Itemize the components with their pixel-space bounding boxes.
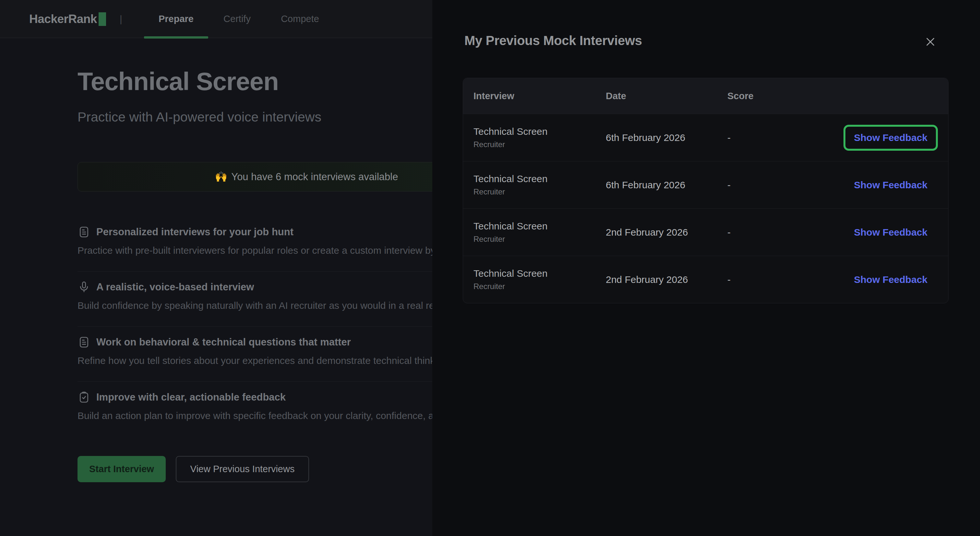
- show-feedback-link[interactable]: Show Feedback: [854, 227, 928, 238]
- document-list-icon: [78, 225, 91, 238]
- page-title: Technical Screen: [78, 67, 278, 96]
- row-score: -: [717, 274, 843, 285]
- row-score: -: [717, 132, 843, 143]
- table-row: Technical Screen Recruiter 6th February …: [463, 114, 948, 161]
- interview-cell: Technical Screen Recruiter: [463, 173, 595, 197]
- row-interview-subtitle: Recruiter: [474, 282, 595, 291]
- feature-description: Build confidence by speaking naturally w…: [78, 300, 461, 311]
- logo-green-block: [99, 12, 106, 26]
- logo-text: HackerRank: [29, 12, 97, 26]
- hackerrank-logo[interactable]: HackerRank |: [29, 0, 122, 38]
- feature-title: Personalized interviews for your job hun…: [96, 226, 293, 238]
- feedback-action-cell: Show Feedback: [843, 172, 948, 198]
- feedback-highlight-box: Show Feedback: [843, 267, 938, 293]
- feedback-highlight-box: Show Feedback: [843, 125, 938, 151]
- divider: [78, 381, 486, 382]
- feature-description: Refine how you tell stories about your e…: [78, 355, 458, 366]
- row-interview-name: Technical Screen: [474, 126, 595, 137]
- column-header-date: Date: [595, 91, 717, 101]
- row-score: -: [717, 227, 843, 238]
- interview-cell: Technical Screen Recruiter: [463, 126, 595, 149]
- table-row: Technical Screen Recruiter 2nd February …: [463, 256, 948, 303]
- feedback-action-cell: Show Feedback: [843, 125, 948, 151]
- raised-hands-emoji: 🙌: [215, 171, 228, 182]
- feature-questions: Work on behavioral & technical questions…: [78, 335, 486, 390]
- feature-title: Work on behavioral & technical questions…: [96, 336, 351, 348]
- banner-text: 🙌You have 6 mock interviews available: [215, 171, 398, 183]
- microphone-icon: [78, 281, 91, 293]
- row-date: 6th February 2026: [595, 179, 717, 190]
- feature-personalized: Personalized interviews for your job hun…: [78, 225, 486, 280]
- feature-feedback: Improve with clear, actionable feedback …: [78, 390, 486, 445]
- row-interview-name: Technical Screen: [474, 221, 595, 232]
- row-interview-subtitle: Recruiter: [474, 187, 595, 197]
- row-interview-name: Technical Screen: [474, 268, 595, 279]
- feedback-highlight-box: Show Feedback: [843, 172, 938, 198]
- row-date: 2nd February 2026: [595, 274, 717, 285]
- table-header-row: Interview Date Score: [463, 78, 948, 114]
- row-interview-subtitle: Recruiter: [474, 235, 595, 244]
- column-header-score: Score: [717, 91, 938, 101]
- document-list-icon: [78, 336, 91, 349]
- table-row: Technical Screen Recruiter 6th February …: [463, 161, 948, 208]
- table-row: Technical Screen Recruiter 2nd February …: [463, 208, 948, 256]
- feedback-action-cell: Show Feedback: [843, 267, 948, 293]
- previous-interviews-table: Interview Date Score Technical Screen Re…: [463, 78, 948, 303]
- show-feedback-link[interactable]: Show Feedback: [854, 274, 928, 285]
- feedback-highlight-box: Show Feedback: [843, 219, 938, 245]
- active-tab-underline: [144, 36, 208, 38]
- interview-cell: Technical Screen Recruiter: [463, 268, 595, 291]
- clipboard-check-icon: [78, 391, 91, 404]
- tab-certify[interactable]: Certify: [215, 0, 259, 38]
- row-date: 6th February 2026: [595, 132, 717, 143]
- feature-description: Practice with pre-built interviewers for…: [78, 245, 459, 256]
- table-body: Technical Screen Recruiter 6th February …: [463, 114, 948, 303]
- row-score: -: [717, 179, 843, 190]
- feature-list: Personalized interviews for your job hun…: [78, 225, 486, 445]
- tab-compete[interactable]: Compete: [277, 0, 323, 38]
- view-previous-interviews-button[interactable]: View Previous Interviews: [176, 456, 309, 482]
- feature-voice-based: A realistic, voice-based interview Build…: [78, 280, 486, 335]
- logo-separator: |: [120, 14, 122, 25]
- modal-title: My Previous Mock Interviews: [465, 33, 642, 48]
- column-header-interview: Interview: [463, 91, 595, 101]
- row-interview-subtitle: Recruiter: [474, 140, 595, 149]
- previous-mock-interviews-modal: My Previous Mock Interviews Interview Da…: [432, 0, 980, 536]
- tab-prepare[interactable]: Prepare: [144, 0, 208, 38]
- feature-description: Build an action plan to improve with spe…: [78, 410, 460, 421]
- page-subtitle: Practice with AI-powered voice interview…: [78, 109, 321, 125]
- x-close-icon: [924, 36, 936, 48]
- row-date: 2nd February 2026: [595, 227, 717, 238]
- show-feedback-link[interactable]: Show Feedback: [854, 179, 928, 190]
- start-interview-button[interactable]: Start Interview: [78, 456, 166, 482]
- feature-title: A realistic, voice-based interview: [96, 281, 254, 293]
- row-interview-name: Technical Screen: [474, 173, 595, 184]
- show-feedback-link[interactable]: Show Feedback: [854, 132, 928, 143]
- interview-cell: Technical Screen Recruiter: [463, 221, 595, 244]
- feature-title: Improve with clear, actionable feedback: [96, 392, 286, 403]
- screen: HackerRank | Prepare Certify Compete Tec…: [0, 0, 980, 536]
- feedback-action-cell: Show Feedback: [843, 219, 948, 245]
- close-button[interactable]: [923, 34, 938, 49]
- divider: [78, 326, 486, 327]
